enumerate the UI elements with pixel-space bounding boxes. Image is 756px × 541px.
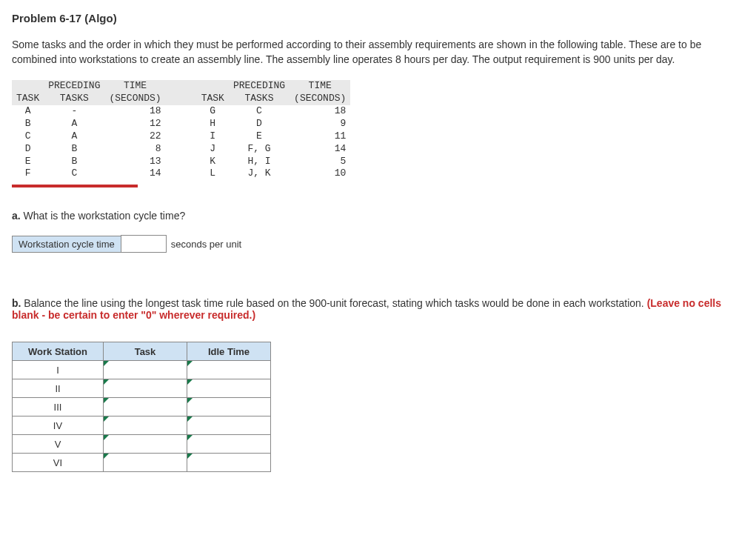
col-tasks-2: TASKS bbox=[229, 93, 290, 105]
table-cell bbox=[166, 156, 197, 168]
cycle-time-unit: seconds per unit bbox=[171, 239, 241, 250]
table-cell bbox=[166, 118, 197, 130]
col-seconds-2: (SECONDS) bbox=[290, 93, 350, 105]
col-time-2: TIME bbox=[290, 80, 350, 93]
table-cell: F, G bbox=[229, 143, 290, 156]
col-seconds-1: (SECONDS) bbox=[104, 93, 165, 105]
table-cell: 22 bbox=[104, 130, 165, 143]
ws-idle-input[interactable] bbox=[187, 435, 271, 454]
table-cell: B bbox=[44, 143, 104, 156]
ws-idle-input[interactable] bbox=[187, 454, 271, 472]
ws-row-label: VI bbox=[13, 454, 104, 472]
ws-row-label: II bbox=[13, 379, 104, 398]
task-data-table: PRECEDING TIME PRECEDING TIME TASK TASKS… bbox=[12, 80, 350, 180]
table-cell bbox=[166, 167, 197, 180]
ws-task-input[interactable] bbox=[104, 379, 187, 398]
table-cell: 8 bbox=[104, 143, 165, 156]
table-cell bbox=[166, 105, 197, 118]
table-cell: J, K bbox=[229, 167, 290, 180]
table-cell: H, I bbox=[229, 156, 290, 168]
table-cell: C bbox=[12, 130, 44, 143]
page-title: Problem 6-17 (Algo) bbox=[12, 12, 744, 24]
table-cell: E bbox=[229, 130, 290, 143]
table-cell: F bbox=[12, 167, 44, 180]
ws-header-task: Task bbox=[104, 342, 187, 361]
ws-header-ws: Work Station bbox=[13, 342, 104, 361]
ws-task-input[interactable] bbox=[104, 454, 187, 472]
ws-row-label: V bbox=[13, 435, 104, 454]
table-cell: G bbox=[197, 105, 229, 118]
table-cell bbox=[166, 143, 197, 156]
table-cell: K bbox=[197, 156, 229, 168]
ws-header-idle: Idle Time bbox=[187, 342, 271, 361]
ws-idle-input[interactable] bbox=[187, 398, 271, 416]
table-cell: 12 bbox=[104, 118, 165, 130]
cycle-time-label: Workstation cycle time bbox=[12, 236, 121, 253]
ws-task-input[interactable] bbox=[104, 435, 187, 454]
table-cell: I bbox=[197, 130, 229, 143]
col-tasks-1: TASKS bbox=[44, 93, 104, 105]
table-cell: 11 bbox=[290, 130, 350, 143]
table-cell: 14 bbox=[290, 143, 350, 156]
col-preceding-1: PRECEDING bbox=[44, 80, 104, 93]
table-cell: 14 bbox=[104, 167, 165, 180]
table-cell: A bbox=[44, 130, 104, 143]
table-cell: C bbox=[44, 167, 104, 180]
table-cell: 13 bbox=[104, 156, 165, 168]
ws-task-input[interactable] bbox=[104, 416, 187, 435]
ws-row-label: IV bbox=[13, 416, 104, 435]
ws-idle-input[interactable] bbox=[187, 416, 271, 435]
table-cell: C bbox=[229, 105, 290, 118]
table-cell: 18 bbox=[290, 105, 350, 118]
table-cell: A bbox=[12, 105, 44, 118]
part-a-label: a. What is the workstation cycle time? bbox=[12, 210, 744, 222]
table-cell: 9 bbox=[290, 118, 350, 130]
ws-idle-input[interactable] bbox=[187, 361, 271, 379]
table-cell: H bbox=[197, 118, 229, 130]
table-cell: 5 bbox=[290, 156, 350, 168]
table-cell: 10 bbox=[290, 167, 350, 180]
table-cell: 18 bbox=[104, 105, 165, 118]
ws-task-input[interactable] bbox=[104, 398, 187, 416]
table-cell: B bbox=[12, 118, 44, 130]
intro-text: Some tasks and the order in which they m… bbox=[12, 38, 744, 67]
ws-idle-input[interactable] bbox=[187, 379, 271, 398]
cycle-time-input[interactable] bbox=[121, 235, 167, 253]
ws-task-input[interactable] bbox=[104, 361, 187, 379]
col-preceding-2: PRECEDING bbox=[229, 80, 290, 93]
col-task-2: TASK bbox=[197, 93, 229, 105]
table-cell: D bbox=[12, 143, 44, 156]
table-cell: D bbox=[229, 118, 290, 130]
table-cell: E bbox=[12, 156, 44, 168]
table-cell: A bbox=[44, 118, 104, 130]
table-cell: - bbox=[44, 105, 104, 118]
workstation-table: Work Station Task Idle Time IIIIIIIVVVI bbox=[12, 342, 271, 472]
col-time-1: TIME bbox=[104, 80, 165, 93]
table-cell bbox=[166, 130, 197, 143]
table-cell: J bbox=[197, 143, 229, 156]
col-task-1: TASK bbox=[12, 93, 44, 105]
part-b-label: b. Balance the line using the longest ta… bbox=[12, 297, 744, 321]
ws-row-label: III bbox=[13, 398, 104, 416]
ws-row-label: I bbox=[13, 361, 104, 379]
scroll-bar bbox=[12, 185, 138, 187]
table-cell: B bbox=[44, 156, 104, 168]
part-a-answer-row: Workstation cycle time seconds per unit bbox=[12, 235, 744, 253]
table-cell: L bbox=[197, 167, 229, 180]
